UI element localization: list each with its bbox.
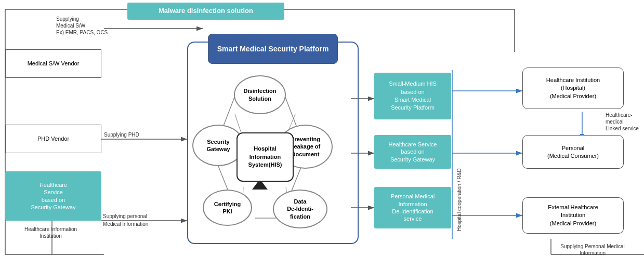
diagram: Malware disinfection solution SupplyingM… xyxy=(0,0,644,270)
personal-box: Personal(Medical Consumer) xyxy=(522,135,624,169)
phd-vendor-box: PHD Vendor xyxy=(5,125,101,153)
medical-vendor-box: Medical S/W Vendor xyxy=(5,49,101,78)
malware-box: Malware disinfection solution xyxy=(127,3,284,20)
personal-medical-box: Personal MedicalInformationDe-Identifica… xyxy=(374,187,451,228)
hospital-institution-box: Healthcare Institution(Hospital)(Medical… xyxy=(522,68,624,109)
data-deident-node: DataDe-Identi-fication xyxy=(273,190,327,228)
healthcare-medical-label: Healthcare-medicalLinked service xyxy=(606,112,644,132)
certifying-node: CertifyingPKI xyxy=(203,190,252,226)
supplying-personal-medical-label: Supplying Personal Medical Information xyxy=(551,243,634,256)
hii-label: Healthcare InformationInstitution xyxy=(0,226,101,239)
platform-box: Smart Medical Security Platform xyxy=(208,34,338,64)
external-box: External HealthcareInstitution(Medical P… xyxy=(522,197,624,234)
his-node: HospitalInformationSystem(HIS) xyxy=(236,132,294,182)
healthcare-service-right-box: Healthcare Servicebased onSecurity Gatew… xyxy=(374,135,451,169)
hospital-cooperation-label: Hospital cooperation / R&D xyxy=(456,80,462,231)
small-medium-box: Small-Medium HISbased onSmart MedicalSec… xyxy=(374,73,451,119)
medical-info-label: Medical Information xyxy=(103,221,148,227)
supplying-label: SupplyingMedical S/WEx) EMR, PACS, OCS xyxy=(56,16,113,36)
hii-box: HealthcareServicebased onSecurity Gatewa… xyxy=(5,171,101,221)
supplying-phd-label: Supplying PHD xyxy=(104,131,139,138)
disinfection-node: DisinfectionSolution xyxy=(234,75,286,114)
supplying-personal-label: Supplying personal xyxy=(103,213,147,220)
